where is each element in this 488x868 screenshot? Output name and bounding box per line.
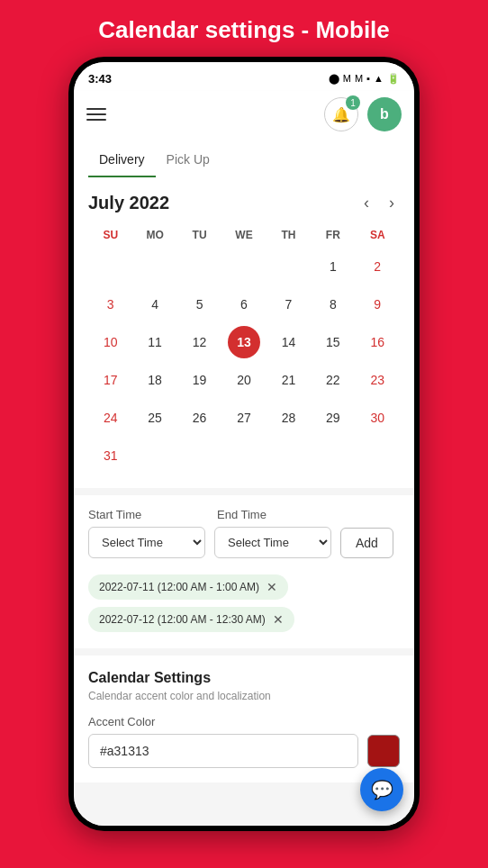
tabs: Delivery Pick Up [74,138,414,177]
calendar-day-7[interactable]: 7 [272,288,304,321]
calendar-day-empty-38 [228,439,260,472]
calendar-day-28[interactable]: 28 [272,402,304,434]
calendar-day-empty-3 [228,250,260,283]
calendar-day-22[interactable]: 22 [317,364,349,396]
calendar-day-13[interactable]: 13 [228,326,260,358]
day-header-sa: SA [356,225,400,245]
time-slot-2-close-button[interactable]: ✕ [273,612,284,627]
time-section: Start Time End Time Select Time Select T… [74,495,414,571]
settings-subtitle: Calendar accent color and localization [88,690,400,702]
settings-title: Calendar Settings [88,670,400,686]
accent-color-input[interactable] [88,734,358,768]
day-header-tu: TU [177,225,221,245]
day-header-mo: MO [132,225,176,245]
calendar-day-24[interactable]: 24 [95,402,127,434]
calendar-day-10[interactable]: 10 [95,326,127,358]
status-bar: 3:43 ⬤ M M ▪ ▲ 🔋 [74,62,414,91]
end-time-label: End Time [217,508,328,521]
calendar-next-button[interactable]: › [384,192,400,214]
calendar-day-2[interactable]: 2 [361,250,393,283]
tab-pickup[interactable]: Pick Up [156,143,221,177]
calendar-day-31[interactable]: 31 [95,439,127,472]
calendar-day-9[interactable]: 9 [361,288,393,321]
fab-button[interactable]: 💬 [360,768,403,811]
calendar-day-19[interactable]: 19 [184,364,216,396]
status-icons: ⬤ M M ▪ ▲ 🔋 [329,73,400,85]
calendar-day-11[interactable]: 11 [139,326,171,358]
calendar-grid: SU MO TU WE TH FR SA 1234567891011121314… [88,225,400,474]
calendar-section: July 2022 ‹ › SU MO TU WE TH FR SA [74,177,414,488]
calendar-month-year: July 2022 [88,193,169,213]
time-slot-1-value: 2022-07-11 (12:00 AM - 1:00 AM) [99,581,259,593]
calendar-day-25[interactable]: 25 [139,402,171,434]
day-header-fr: FR [311,225,355,245]
day-header-su: SU [88,225,132,245]
calendar-day-empty-1 [139,250,171,283]
accent-color-row [88,734,400,768]
day-headers: SU MO TU WE TH FR SA [88,225,400,245]
start-time-label: Start Time [88,508,199,521]
calendar-day-17[interactable]: 17 [95,364,127,396]
time-slot-1-close-button[interactable]: ✕ [267,580,277,594]
status-time: 3:43 [88,72,112,86]
calendar-navigation: ‹ › [358,192,400,214]
main-content: July 2022 ‹ › SU MO TU WE TH FR SA [74,177,414,826]
calendar-day-15[interactable]: 15 [317,326,349,358]
end-time-select[interactable]: Select Time [214,527,331,558]
calendar-day-1[interactable]: 1 [317,250,349,283]
settings-section: Calendar Settings Calendar accent color … [74,656,414,782]
app-bar: 🔔 1 b [74,91,414,138]
status-m2-icon: M [355,73,363,84]
calendar-day-empty-0 [95,250,127,283]
calendar-days: 1234567891011121314151617181920212223242… [88,249,400,474]
time-slots: 2022-07-11 (12:00 AM - 1:00 AM) ✕ 2022-0… [74,571,414,648]
accent-color-preview [367,735,400,767]
phone-frame: 3:43 ⬤ M M ▪ ▲ 🔋 🔔 1 b [68,57,420,831]
calendar-day-empty-36 [139,439,171,472]
calendar-day-empty-41 [361,439,393,472]
notification-button[interactable]: 🔔 1 [324,97,358,131]
calendar-day-empty-4 [272,250,304,283]
calendar-day-21[interactable]: 21 [272,364,304,396]
calendar-day-empty-40 [317,439,349,472]
calendar-day-14[interactable]: 14 [272,326,304,358]
notification-badge: 1 [346,95,360,110]
calendar-header: July 2022 ‹ › [88,192,400,214]
calendar-day-30[interactable]: 30 [361,402,393,434]
calendar-day-12[interactable]: 12 [184,326,216,358]
app-bar-right: 🔔 1 b [324,97,402,131]
hamburger-menu-button[interactable] [86,108,106,121]
day-header-th: TH [267,225,311,245]
page-title: Calendar settings - Mobile [98,0,390,57]
calendar-day-4[interactable]: 4 [139,288,171,321]
calendar-day-27[interactable]: 27 [228,402,260,434]
calendar-day-6[interactable]: 6 [228,288,260,321]
time-controls: Select Time Select Time Add [88,527,400,558]
calendar-day-29[interactable]: 29 [317,402,349,434]
start-time-select[interactable]: Select Time [88,527,205,558]
calendar-day-20[interactable]: 20 [228,364,260,396]
tab-delivery[interactable]: Delivery [88,143,156,177]
calendar-day-16[interactable]: 16 [361,326,393,358]
day-header-we: WE [221,225,266,245]
calendar-day-5[interactable]: 5 [184,288,216,321]
phone-inner: 3:43 ⬤ M M ▪ ▲ 🔋 🔔 1 b [74,62,414,826]
calendar-day-3[interactable]: 3 [95,288,127,321]
time-slot-2: 2022-07-12 (12:00 AM - 12:30 AM) ✕ [88,607,294,632]
calendar-day-18[interactable]: 18 [139,364,171,396]
add-time-button[interactable]: Add [340,528,393,558]
calendar-day-23[interactable]: 23 [361,364,393,396]
time-labels: Start Time End Time [88,508,400,521]
status-m1-icon: M [343,73,351,84]
accent-color-label: Accent Color [88,715,400,728]
bell-icon: 🔔 [332,106,350,123]
calendar-day-26[interactable]: 26 [184,402,216,434]
calendar-day-8[interactable]: 8 [317,288,349,321]
calendar-day-empty-39 [272,439,304,472]
time-slot-1: 2022-07-11 (12:00 AM - 1:00 AM) ✕ [88,574,288,600]
calendar-day-empty-2 [184,250,216,283]
calendar-prev-button[interactable]: ‹ [358,192,375,214]
calendar-day-empty-37 [184,439,216,472]
status-wifi-icon: ▪ [366,73,370,84]
avatar[interactable]: b [367,97,402,131]
